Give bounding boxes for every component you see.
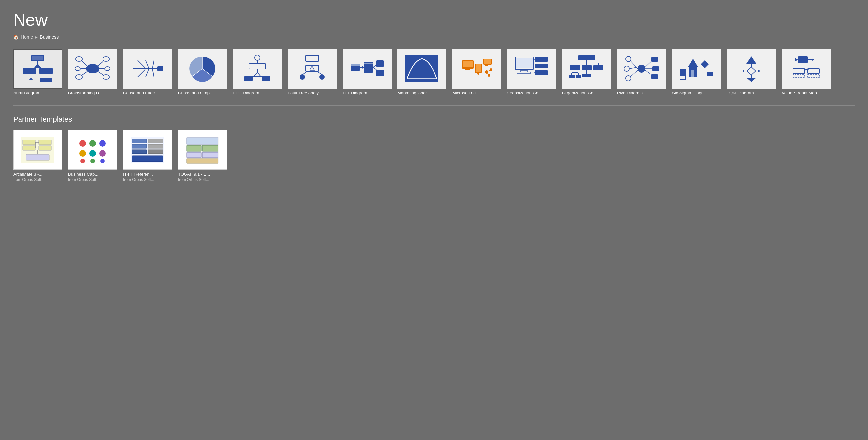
svg-rect-127	[680, 76, 686, 79]
svg-rect-150	[39, 140, 51, 145]
svg-rect-181	[187, 159, 218, 163]
svg-marker-129	[746, 57, 756, 64]
svg-rect-105	[569, 75, 575, 78]
partner-templates-section: Partner Templates ArchiMate	[13, 115, 855, 182]
template-card-itil[interactable]: ITIL Diagram	[343, 49, 392, 96]
partner-card-archimate[interactable]: ArchiMate 3 -... from Orbus Soft...	[13, 130, 62, 182]
svg-rect-44	[262, 76, 271, 81]
template-card-fault[interactable]: Fault Tree Analy...	[288, 49, 337, 96]
svg-point-14	[75, 67, 80, 71]
template-card-cause[interactable]: Cause and Effec...	[123, 49, 172, 96]
template-card-pivot[interactable]: PivotDiagram	[617, 49, 666, 96]
togaf-thumbnail	[184, 135, 221, 165]
template-card-orgchart2[interactable]: Organization Ch...	[562, 49, 611, 96]
epc-thumbnail	[239, 54, 275, 83]
svg-marker-40	[254, 72, 260, 76]
partner-label-togaf: TOGAF 9.1 - E...	[178, 172, 227, 177]
svg-rect-173	[148, 149, 163, 154]
svg-rect-121	[651, 74, 658, 79]
svg-point-18	[103, 57, 110, 62]
archimate-thumbnail	[20, 135, 56, 165]
orgchart2-thumbnail	[568, 54, 605, 83]
svg-line-112	[630, 67, 638, 69]
svg-rect-148	[23, 140, 35, 145]
svg-line-114	[630, 70, 638, 77]
svg-line-29	[146, 69, 149, 77]
svg-point-20	[105, 67, 110, 71]
template-card-audit[interactable]: Audit Diagram	[13, 49, 62, 96]
svg-point-50	[300, 74, 305, 79]
partner-card-businesscap[interactable]: Business Cap... from Orbus Soft...	[68, 130, 117, 182]
svg-point-51	[319, 74, 325, 79]
template-label-tqm: TQM Diagram	[727, 91, 776, 96]
partner-sub-businesscap: from Orbus Soft...	[68, 177, 117, 182]
partner-card-togaf[interactable]: TOGAF 9.1 - E... from Orbus Soft...	[178, 130, 227, 182]
template-label-brainstorming: Brainstorming D...	[68, 91, 117, 96]
template-card-epc[interactable]: EPC Diagram	[233, 49, 282, 96]
svg-line-28	[137, 69, 146, 77]
template-card-marketing[interactable]: Marketing Char...	[398, 49, 446, 96]
partner-sub-togaf: from Orbus Soft...	[178, 177, 227, 182]
svg-line-17	[98, 61, 104, 66]
svg-line-30	[152, 69, 154, 77]
template-card-charts[interactable]: Charts and Grap...	[178, 49, 227, 96]
svg-marker-139	[795, 58, 798, 62]
template-card-tqm[interactable]: TQM Diagram	[727, 49, 776, 96]
tqm-thumbnail	[733, 54, 770, 83]
svg-rect-149	[23, 146, 35, 150]
svg-rect-142	[793, 69, 805, 73]
template-card-orgchart1[interactable]: Organization Ch...	[507, 49, 556, 96]
svg-rect-4	[23, 68, 36, 74]
svg-marker-52	[310, 66, 314, 70]
template-card-brainstorming[interactable]: Brainstorming D...	[68, 49, 117, 96]
partner-sub-archimate: from Orbus Soft...	[13, 177, 62, 182]
svg-line-120	[646, 70, 652, 75]
svg-point-16	[76, 75, 82, 79]
svg-line-116	[646, 61, 652, 67]
svg-rect-155	[26, 154, 49, 160]
svg-rect-58	[364, 63, 373, 64]
svg-marker-141	[812, 59, 814, 61]
svg-rect-170	[132, 144, 147, 148]
svg-rect-84	[517, 72, 531, 73]
svg-point-12	[76, 57, 82, 62]
template-label-orgchart1: Organization Ch...	[507, 91, 556, 96]
svg-rect-145	[808, 74, 819, 78]
svg-rect-144	[808, 69, 819, 73]
breadcrumb-current: Business	[40, 34, 59, 40]
orgchart1-thumbnail	[514, 54, 550, 83]
svg-rect-31	[157, 66, 163, 71]
businesscap-thumbnail	[74, 135, 111, 165]
svg-rect-143	[793, 74, 805, 78]
partner-card-it4it[interactable]: IT4IT Referen... from Orbus Soft...	[123, 130, 172, 182]
template-card-valuestream[interactable]: Value Stream Map	[782, 49, 831, 96]
template-card-microsoft[interactable]: Microsoft Offi...	[452, 49, 501, 96]
svg-rect-176	[187, 138, 218, 144]
svg-rect-54	[350, 64, 360, 66]
svg-rect-69	[465, 69, 470, 70]
it4it-thumbnail	[129, 135, 166, 165]
svg-rect-74	[484, 60, 491, 64]
svg-rect-124	[691, 70, 694, 77]
fault-thumbnail	[294, 54, 330, 83]
breadcrumb-home[interactable]: Home	[21, 34, 33, 40]
partner-sub-it4it: from Orbus Soft...	[123, 177, 172, 182]
svg-point-163	[99, 150, 106, 157]
svg-marker-8	[29, 78, 33, 80]
svg-rect-179	[187, 152, 202, 158]
valuestream-thumbnail	[788, 54, 824, 83]
template-card-sixsigma[interactable]: Six Sigma Diagr...	[672, 49, 721, 96]
svg-marker-125	[701, 61, 709, 68]
svg-rect-169	[148, 139, 163, 143]
template-label-microsoft: Microsoft Offi...	[452, 91, 501, 96]
svg-rect-92	[578, 56, 595, 60]
svg-point-161	[80, 150, 86, 157]
svg-line-59	[373, 65, 376, 67]
svg-rect-87	[535, 70, 548, 75]
template-label-orgchart2: Organization Ch...	[562, 91, 611, 96]
partner-template-grid: ArchiMate 3 -... from Orbus Soft...	[13, 130, 855, 182]
svg-line-25	[137, 61, 146, 69]
svg-line-11	[81, 61, 87, 66]
svg-line-15	[82, 72, 87, 75]
template-label-marketing: Marketing Char...	[398, 91, 446, 96]
